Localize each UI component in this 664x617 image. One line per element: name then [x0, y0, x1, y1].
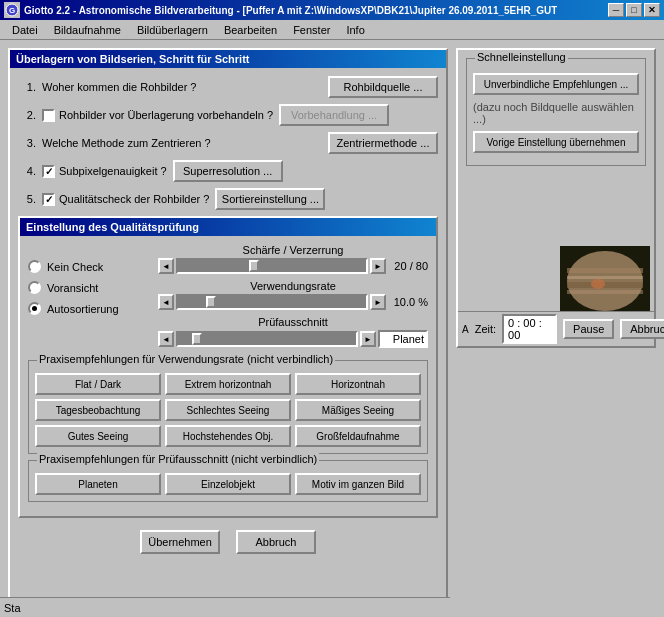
menu-info[interactable]: Info: [338, 22, 372, 38]
bottom-status-bar: Sta: [0, 597, 450, 617]
praxis-verwendungsrate-grid: Flat / Dark Extrem horizontnah Horizontn…: [35, 373, 421, 447]
step-4-checkbox[interactable]: ✓: [42, 165, 55, 178]
step-3-num: 3.: [18, 137, 36, 149]
praxis-pruefausschnitt-group: Praxisempfehlungen für Prüfausschnitt (n…: [28, 460, 428, 502]
menu-bearbeiten[interactable]: Bearbeiten: [216, 22, 285, 38]
step-3-label: Welche Methode zum Zentrieren ?: [42, 137, 322, 149]
sortiereinstellung-button[interactable]: Sortiereinstellung ...: [215, 188, 325, 210]
window-title: Giotto 2.2 - Astronomische Bildverarbeit…: [24, 5, 557, 16]
step-2-checkbox[interactable]: [42, 109, 55, 122]
pruefausschnitt-right-arrow[interactable]: ►: [360, 331, 376, 347]
btn-extrem-horizontnah[interactable]: Extrem horizontnah: [165, 373, 291, 395]
schaerfe-left-arrow[interactable]: ◄: [158, 258, 174, 274]
radio-column: Kein Check Voransicht Autosortierung: [28, 244, 158, 354]
step-2-checkbox-label: Rohbilder vor Überlagerung vorbehandeln …: [42, 109, 273, 122]
vorige-einstellung-button[interactable]: Vorige Einstellung übernehmen: [473, 131, 639, 153]
time-display: 0 : 00 : 00: [502, 314, 557, 344]
svg-rect-4: [567, 268, 643, 273]
btn-einzelobjekt[interactable]: Einzelobjekt: [165, 473, 291, 495]
pruefausschnitt-slider-row: ◄ ► Planet: [158, 330, 428, 348]
maximize-button[interactable]: □: [626, 3, 642, 17]
step-4-label: Subpixelgenauigkeit ?: [59, 165, 167, 177]
schaerfe-slider-row: ◄ ► 20 / 80: [158, 258, 428, 274]
right-panel: Schnelleinstellung Unverbindliche Empfeh…: [456, 48, 656, 348]
step-4-checkbox-label: ✓ Subpixelgenauigkeit ?: [42, 165, 167, 178]
step-5-checkbox[interactable]: ✓: [42, 193, 55, 206]
btn-motiv-ganzes-bild[interactable]: Motiv im ganzen Bild: [295, 473, 421, 495]
status-prefix: Sta: [4, 602, 21, 614]
svg-point-3: [567, 251, 643, 311]
step-4-num: 4.: [18, 165, 36, 177]
superresolution-button[interactable]: Superresolution ...: [173, 160, 283, 182]
verwendungsrate-thumb[interactable]: [206, 296, 216, 308]
btn-tagesbeobachtung[interactable]: Tagesbeobachtung: [35, 399, 161, 421]
radio-kein-check-btn[interactable]: [28, 260, 41, 273]
svg-rect-5: [567, 276, 643, 279]
menu-datei[interactable]: Datei: [4, 22, 46, 38]
minimize-button[interactable]: ─: [608, 3, 624, 17]
zentriermethode-button[interactable]: Zentriermethode ...: [328, 132, 438, 154]
step-5-label: Qualitätscheck der Rohbilder ?: [59, 193, 209, 205]
dialog-bottom-buttons: Übernehmen Abbruch: [18, 522, 438, 562]
btn-hochstehendes[interactable]: Hochstehendes Obj.: [165, 425, 291, 447]
svg-point-8: [591, 279, 605, 289]
pruefausschnitt-track[interactable]: [176, 331, 358, 347]
schaerfe-thumb[interactable]: [249, 260, 259, 272]
svg-rect-7: [567, 290, 643, 294]
radio-kein-check[interactable]: Kein Check: [28, 260, 158, 273]
schnelleinstellung-group: Schnelleinstellung Unverbindliche Empfeh…: [466, 58, 646, 166]
title-bar: G Giotto 2.2 - Astronomische Bildverarbe…: [0, 0, 664, 20]
menu-bildaufnahme[interactable]: Bildaufnahme: [46, 22, 129, 38]
btn-schlechtes-seeing[interactable]: Schlechtes Seeing: [165, 399, 291, 421]
step-2-row: 2. Rohbilder vor Überlagerung vorbehande…: [18, 104, 438, 126]
verwendungsrate-left-arrow[interactable]: ◄: [158, 294, 174, 310]
empfehlungen-button[interactable]: Unverbindliche Empfehlungen ...: [473, 73, 639, 95]
abbruch-button[interactable]: Abbruch: [236, 530, 316, 554]
vorbehandlung-button[interactable]: Vorbehandlung ...: [279, 104, 389, 126]
schaerfe-right-arrow[interactable]: ►: [370, 258, 386, 274]
step-5-checkbox-label: ✓ Qualitätscheck der Rohbilder ?: [42, 193, 209, 206]
pruefausschnitt-left-arrow[interactable]: ◄: [158, 331, 174, 347]
abort-button[interactable]: Abbruch: [620, 319, 664, 339]
step-4-row: 4. ✓ Subpixelgenauigkeit ? Superresoluti…: [18, 160, 438, 182]
verwendungsrate-track[interactable]: [176, 294, 368, 310]
close-button[interactable]: ✕: [644, 3, 660, 17]
radio-autosortierung-btn[interactable]: [28, 302, 41, 315]
step-1-num: 1.: [18, 81, 36, 93]
btn-flat-dark[interactable]: Flat / Dark: [35, 373, 161, 395]
praxis-verwendungsrate-label: Praxisempfehlungen für Verwendungsrate (…: [37, 353, 335, 365]
schnelleinstellung-label: Schnelleinstellung: [475, 51, 568, 63]
radio-voransicht[interactable]: Voransicht: [28, 281, 158, 294]
verwendungsrate-slider-row: ◄ ► 10.0 %: [158, 294, 428, 310]
verwendungsrate-value: 10.0 %: [388, 296, 428, 308]
btn-gutes-seeing[interactable]: Gutes Seeing: [35, 425, 161, 447]
menu-fenster[interactable]: Fenster: [285, 22, 338, 38]
slider-column: Schärfe / Verzerrung ◄ ► 20 / 80: [158, 244, 428, 354]
menu-bildueberlagern[interactable]: Bildüberlagern: [129, 22, 216, 38]
schaerfe-value: 20 / 80: [388, 260, 428, 272]
btn-planeten[interactable]: Planeten: [35, 473, 161, 495]
verwendungsrate-label: Verwendungsrate: [158, 280, 428, 292]
pruefausschnitt-value: Planet: [378, 330, 428, 348]
schaerfe-label: Schärfe / Verzerrung: [158, 244, 428, 256]
radio-autosortierung[interactable]: Autosortierung: [28, 302, 158, 315]
btn-grossfeldaufnahme[interactable]: Großfeldaufnahme: [295, 425, 421, 447]
main-area: Überlagern von Bildserien, Schritt für S…: [0, 40, 664, 617]
svg-text:G: G: [9, 6, 15, 15]
pruefausschnitt-label: Prüfausschnitt: [158, 316, 428, 328]
pruefausschnitt-thumb[interactable]: [192, 333, 202, 345]
verwendungsrate-right-arrow[interactable]: ►: [370, 294, 386, 310]
pause-button[interactable]: Pause: [563, 319, 614, 339]
dialog-title: Überlagern von Bildserien, Schritt für S…: [10, 50, 446, 68]
btn-horizontnah[interactable]: Horizontnah: [295, 373, 421, 395]
uebernehmen-button[interactable]: Übernehmen: [140, 530, 220, 554]
step-1-label: Woher kommen die Rohbilder ?: [42, 81, 322, 93]
bildquelle-hint: (dazu noch Bildquelle auswählen ...): [473, 101, 639, 125]
radio-voransicht-btn[interactable]: [28, 281, 41, 294]
jupiter-preview: [560, 246, 650, 316]
rohbildquelle-button[interactable]: Rohbildquelle ...: [328, 76, 438, 98]
btn-maessiges-seeing[interactable]: Mäßiges Seeing: [295, 399, 421, 421]
quality-subdialog: Einstellung des Qualitätsprüfung Kein Ch…: [18, 216, 438, 518]
schaerfe-track[interactable]: [176, 258, 368, 274]
step-3-row: 3. Welche Methode zum Zentrieren ? Zentr…: [18, 132, 438, 154]
